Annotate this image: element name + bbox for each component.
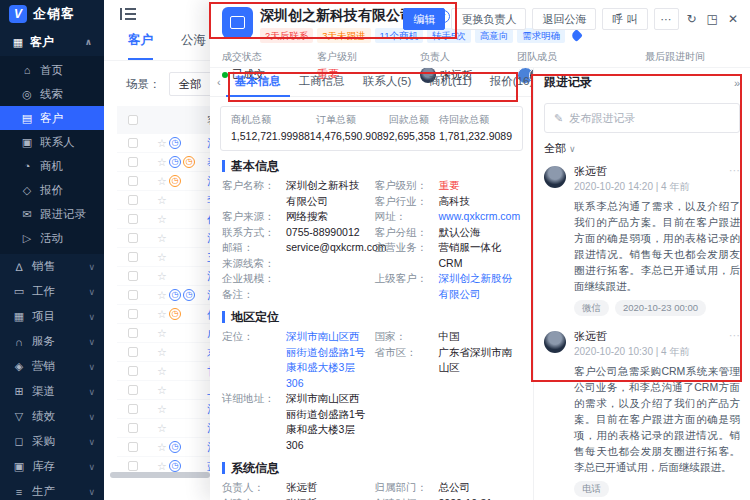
record-more-button[interactable]: ⋯ [729, 329, 740, 342]
star-icon[interactable]: ☆ [157, 441, 167, 454]
return-to-sea-button[interactable]: 退回公海 [532, 8, 596, 30]
row-checkbox[interactable] [128, 328, 138, 338]
change-owner-button[interactable]: 更换负责人 [451, 8, 526, 30]
followup-filter[interactable]: 全部 ∨ [534, 133, 750, 158]
row-checkbox[interactable] [128, 385, 138, 395]
star-icon[interactable]: ☆ [157, 365, 167, 378]
star-icon[interactable]: ☆ [157, 422, 167, 435]
sidebar-item-leads[interactable]: ◎线索 [0, 82, 104, 106]
tag-label-icon[interactable] [570, 29, 583, 42]
star-icon[interactable]: ☆ [157, 213, 167, 226]
reminder-clock-icon: ◷ [169, 289, 181, 301]
record-body: 客户公司急需采购CRM系统来管理公司业务，和李总沟通了CRM方面的需求，以及介绍… [574, 363, 740, 475]
sidebar-section-services[interactable]: ∩服务∨ [0, 329, 104, 354]
drawer-actions: 编辑 更换负责人 退回公海 呼 叫 ⋯ ↻ ◳ ✕ [403, 8, 740, 30]
sidebar-section-inventory[interactable]: ▣库存∨ [0, 454, 104, 479]
collapse-sidebar-icon[interactable] [120, 8, 136, 20]
star-icon[interactable]: ☆ [157, 270, 167, 283]
row-checkbox[interactable] [128, 309, 138, 319]
row-checkbox[interactable] [128, 404, 138, 414]
team-label: 团队成员 [517, 50, 645, 64]
field-row: 企业规模： [222, 271, 369, 287]
field-value: 重要 [439, 178, 522, 194]
row-checkbox[interactable] [128, 442, 138, 452]
star-icon[interactable]: ☆ [157, 137, 167, 150]
horizontal-scrollbar[interactable] [110, 472, 210, 478]
star-icon[interactable]: ☆ [157, 232, 167, 245]
row-checkbox[interactable] [128, 366, 138, 376]
star-icon[interactable]: ☆ [157, 194, 167, 207]
row-checkbox[interactable] [128, 195, 138, 205]
sidebar-section-work[interactable]: ▭工作∨ [0, 279, 104, 304]
row-checkbox[interactable] [128, 157, 138, 167]
close-icon[interactable]: ✕ [726, 12, 740, 26]
reminder-clock-icon: ◷ [183, 156, 195, 168]
star-icon[interactable]: ☆ [157, 289, 167, 302]
customer-tag: 转手5次 [427, 28, 471, 43]
sidebar-item-customers[interactable]: ▤客户 [0, 106, 104, 130]
star-icon[interactable]: ☆ [157, 308, 167, 321]
row-checkbox[interactable] [128, 176, 138, 186]
edit-button[interactable]: 编辑 [403, 8, 445, 30]
sidebar-group-customers[interactable]: ▦ 客户 ∧ [0, 28, 104, 56]
row-checkbox[interactable] [128, 347, 138, 357]
field-value[interactable]: 深圳市南山区西丽街道创盛路1号康和盛大楼3层306 [286, 329, 369, 391]
row-checkbox[interactable] [128, 290, 138, 300]
projects-icon: ▦ [13, 310, 25, 323]
star-icon[interactable]: ☆ [157, 251, 167, 264]
tabs-prev-arrow[interactable]: ‹ [212, 76, 226, 88]
field-row: 客户来源：网络搜索 [222, 209, 369, 225]
star-icon[interactable]: ☆ [157, 384, 167, 397]
detail-tab-3[interactable]: 商机(11) [420, 68, 481, 97]
star-icon[interactable]: ☆ [157, 403, 167, 416]
row-checkbox[interactable] [128, 138, 138, 148]
sidebar-item-opportunities[interactable]: ◔商机 [0, 154, 104, 178]
record-more-button[interactable]: ⋯ [729, 164, 740, 177]
sidebar-section-marketing[interactable]: ◈营销∨ [0, 354, 104, 379]
row-checkbox[interactable] [128, 214, 138, 224]
chevron-up-icon: ∧ [85, 37, 92, 47]
field-value[interactable]: 深圳创之新股份有限公司 [439, 271, 522, 302]
star-icon[interactable]: ☆ [157, 346, 167, 359]
sidebar-section-sales[interactable]: ∆销售∨ [0, 254, 104, 279]
row-checkbox[interactable] [128, 252, 138, 262]
sidebar-section-procurement[interactable]: ◻采购∨ [0, 429, 104, 454]
sidebar-section-channels[interactable]: ⊞渠道∨ [0, 379, 104, 404]
detail-tab-1[interactable]: 工商信息 [290, 68, 354, 97]
sidebar-section-projects[interactable]: ▦项目∨ [0, 304, 104, 329]
collapse-panel-icon[interactable]: » [734, 77, 740, 89]
detail-tab-4[interactable]: 报价(16) [481, 68, 533, 97]
followup-record-list: 张远哲⋯2020-10-20 14:20 | 4 年前联系李总沟通了需求，以及介… [534, 158, 750, 500]
detail-tab-2[interactable]: 联系人(5) [354, 68, 421, 97]
more-actions-button[interactable]: ⋯ [654, 8, 679, 30]
star-icon[interactable]: ☆ [157, 460, 167, 473]
row-checkbox[interactable] [128, 461, 138, 471]
sidebar-section-performance[interactable]: ▽绩效∨ [0, 404, 104, 429]
detail-tab-0[interactable]: 基本信息 [226, 68, 290, 97]
row-checkbox[interactable] [128, 233, 138, 243]
sidebar-item-quotes[interactable]: ◇报价 [0, 178, 104, 202]
call-button[interactable]: 呼 叫 [602, 8, 647, 30]
star-icon[interactable]: ☆ [157, 327, 167, 340]
sidebar-section-production[interactable]: ≡生产∨ [0, 479, 104, 500]
field-value: 0755-88990012 [286, 225, 369, 241]
list-tab-0[interactable]: 客户 [128, 32, 153, 60]
sidebar-item-followups[interactable]: ✉跟进记录 [0, 202, 104, 226]
field-value[interactable]: www.qxkcrm.com [439, 209, 522, 225]
publish-followup-input[interactable]: ✎ 发布跟进记录 [544, 103, 740, 133]
row-checkbox[interactable] [128, 423, 138, 433]
reminder-clock-icon: ◷ [183, 289, 195, 301]
sales-icon: ∆ [13, 261, 25, 273]
fullscreen-icon[interactable]: ◳ [705, 12, 720, 26]
refresh-icon[interactable]: ↻ [685, 12, 699, 26]
field-row: 归属部门：总公司 [375, 480, 522, 496]
select-all-checkbox[interactable] [128, 115, 138, 125]
star-icon[interactable]: ☆ [157, 156, 167, 169]
star-icon[interactable]: ☆ [157, 175, 167, 188]
row-checkbox[interactable] [128, 271, 138, 281]
sidebar-item-contacts[interactable]: ▣联系人 [0, 130, 104, 154]
list-tab-1[interactable]: 公海 [181, 32, 206, 60]
sidebar-item-home[interactable]: ⌂首页 [0, 58, 104, 82]
sidebar-item-activities[interactable]: ▷活动 [0, 226, 104, 250]
sidebar-section-label: 绩效 [32, 409, 55, 424]
